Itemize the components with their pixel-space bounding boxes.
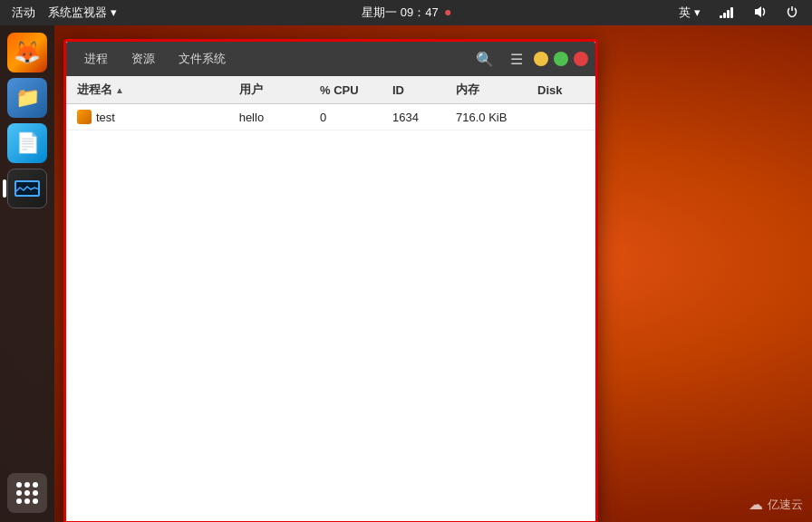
column-header-id[interactable]: ID [389, 76, 452, 103]
dock-item-writer[interactable]: 📄 [7, 123, 47, 163]
cloud-icon: ☁ [749, 496, 763, 513]
svg-rect-1 [723, 13, 726, 18]
column-header-user[interactable]: 用户 [236, 76, 316, 103]
minimize-button[interactable] [534, 52, 548, 66]
svg-rect-0 [720, 15, 722, 18]
activities-button[interactable]: 活动 [7, 3, 40, 23]
notification-dot [445, 10, 450, 15]
table-row[interactable]: test hello 0 1634 716.0 KiB [66, 104, 595, 130]
table-body: test hello 0 1634 716.0 KiB [66, 104, 595, 521]
cell-disk [534, 111, 588, 122]
search-button[interactable]: 🔍 [470, 48, 499, 71]
sort-arrow-icon: ▲ [115, 85, 124, 95]
main-area: 进程 资源 文件系统 🔍 ☰ 进程名 ▲ 用户 [54, 25, 812, 522]
close-button[interactable] [574, 52, 588, 66]
dock-item-firefox[interactable]: 🦊 [7, 33, 47, 72]
watermark-text: 亿速云 [768, 497, 803, 513]
cell-memory: 716.0 KiB [452, 105, 534, 130]
tab-resources[interactable]: 资源 [121, 47, 166, 71]
firefox-icon: 🦊 [14, 40, 41, 65]
svg-marker-4 [755, 6, 761, 17]
window-tabs: 进程 资源 文件系统 [73, 47, 237, 71]
tab-filesystem[interactable]: 文件系统 [168, 47, 237, 71]
topbar: 活动 系统监视器 ▾ 星期一 09：47 英 ▾ [0, 0, 812, 25]
monitor-icon [8, 169, 46, 208]
datetime-label: 星期一 09：47 [362, 5, 439, 21]
menu-button[interactable]: ☰ [505, 48, 528, 71]
watermark: ☁ 亿速云 [749, 496, 803, 513]
process-table: 进程名 ▲ 用户 % CPU ID 内存 Disk [66, 76, 595, 521]
window-controls: 🔍 ☰ [470, 48, 588, 71]
column-header-cpu[interactable]: % CPU [316, 76, 389, 103]
apps-grid-icon [16, 482, 38, 504]
cell-user: hello [236, 105, 316, 130]
power-icon[interactable] [781, 4, 803, 23]
column-header-disk[interactable]: Disk [534, 76, 588, 103]
files-icon: 📁 [15, 86, 40, 110]
column-header-memory[interactable]: 内存 [452, 76, 534, 103]
network-icon[interactable] [714, 4, 740, 23]
language-button[interactable]: 英 ▾ [674, 3, 705, 23]
svg-rect-2 [727, 10, 730, 18]
svg-rect-3 [730, 7, 733, 18]
sound-icon[interactable] [749, 4, 772, 23]
column-header-name[interactable]: 进程名 ▲ [73, 76, 236, 103]
show-apps-button[interactable] [7, 473, 47, 513]
dock: 🦊 📁 📄 [0, 25, 54, 522]
dock-item-monitor[interactable] [7, 169, 47, 208]
process-icon [77, 110, 92, 124]
tab-processes[interactable]: 进程 [73, 47, 119, 71]
cell-name: test [73, 104, 236, 130]
dock-item-files[interactable]: 📁 [7, 78, 47, 118]
window-titlebar: 进程 资源 文件系统 🔍 ☰ [66, 42, 595, 76]
sysmon-window: 进程 资源 文件系统 🔍 ☰ 进程名 ▲ 用户 [63, 39, 598, 522]
cell-cpu: 0 [316, 105, 389, 130]
writer-icon: 📄 [15, 131, 40, 155]
table-header: 进程名 ▲ 用户 % CPU ID 内存 Disk [66, 76, 595, 104]
app-name-label[interactable]: 系统监视器 ▾ [44, 3, 121, 23]
cell-id: 1634 [389, 105, 452, 130]
maximize-button[interactable] [554, 52, 568, 66]
